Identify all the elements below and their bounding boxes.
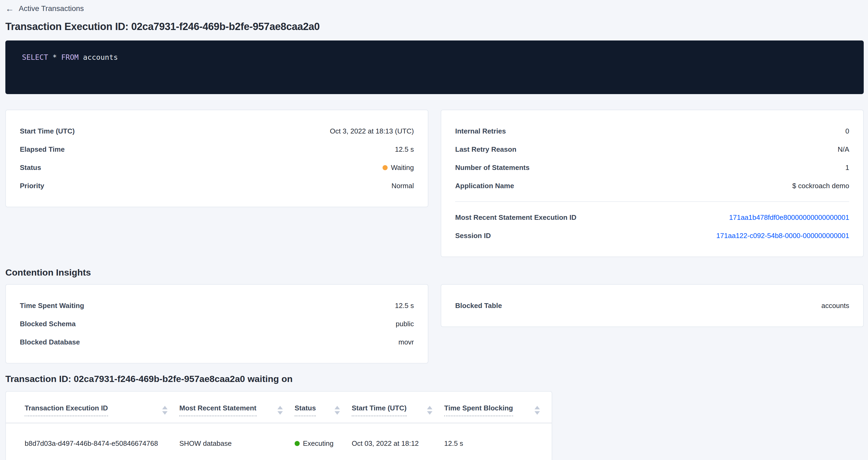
waiting-on-heading: Transaction ID: 02ca7931-f246-469b-b2fe-… — [5, 374, 864, 384]
summary-row: Number of Statements 1 — [455, 158, 849, 177]
summary-row: Application Name $ cockroach demo — [455, 177, 849, 195]
column-header-status[interactable]: Status — [294, 392, 352, 423]
row-value: 12.5 s — [395, 145, 414, 154]
row-value: $ cockroach demo — [793, 182, 849, 190]
row-label: Status — [20, 163, 41, 172]
table-header-row: Transaction Execution ID Most Recent Sta… — [6, 392, 552, 423]
row-value: N/A — [838, 145, 849, 154]
sql-statement: SELECT * FROM accounts — [22, 53, 118, 61]
contention-card-left: Time Spent Waiting 12.5 s Blocked Schema… — [5, 284, 428, 364]
row-label: Time Spent Waiting — [20, 302, 84, 310]
row-label: Application Name — [455, 182, 514, 190]
statement-execution-id-link[interactable]: 171aa1b478fdf0e80000000000000001 — [729, 213, 849, 222]
sql-statement-box: SELECT * FROM accounts — [5, 40, 864, 94]
row-label: Blocked Schema — [20, 320, 75, 328]
status-waiting-dot-icon — [382, 165, 388, 170]
overview-cards-row: Start Time (UTC) Oct 3, 2022 at 18:13 (U… — [5, 110, 864, 257]
row-value: public — [396, 320, 414, 328]
transaction-details-page: ← Active Transactions Transaction Execut… — [0, 0, 868, 460]
status-value: Waiting — [391, 163, 414, 172]
row-value: 12.5 s — [395, 302, 414, 310]
column-label[interactable]: Time Spent Blocking — [444, 404, 513, 416]
waiting-on-table-card: Transaction Execution ID Most Recent Sta… — [5, 391, 552, 460]
row-value: Oct 3, 2022 at 18:13 (UTC) — [330, 127, 414, 135]
cell-txn-execution-id: b8d7d03a-d497-446b-8474-e50846674768 — [6, 423, 179, 460]
row-value: 1 — [845, 163, 849, 172]
sql-keyword-select: SELECT — [22, 53, 48, 61]
summary-row-link: Most Recent Statement Execution ID 171aa… — [455, 208, 849, 226]
sql-keyword-from: FROM — [61, 53, 79, 61]
column-header-time-spent-blocking[interactable]: Time Spent Blocking — [444, 392, 552, 423]
row-label: Internal Retries — [455, 127, 506, 135]
row-value: 0 — [845, 127, 849, 135]
row-value: Normal — [392, 182, 414, 190]
cell-most-recent-statement: SHOW database — [179, 423, 294, 460]
status-executing-dot-icon — [294, 441, 300, 446]
status-value: Executing — [303, 439, 334, 448]
overview-card-right: Internal Retries 0 Last Retry Reason N/A… — [441, 110, 864, 257]
summary-row-status: Status Waiting — [20, 158, 414, 177]
sql-table-name: accounts — [83, 53, 118, 61]
sort-icon[interactable] — [534, 406, 540, 415]
sort-icon[interactable] — [162, 406, 167, 415]
summary-row: Priority Normal — [20, 177, 414, 195]
row-label: Blocked Table — [455, 302, 502, 310]
column-label[interactable]: Transaction Execution ID — [25, 404, 108, 416]
sort-icon[interactable] — [335, 406, 340, 415]
summary-row: Internal Retries 0 — [455, 122, 849, 140]
column-header-most-recent-statement[interactable]: Most Recent Statement — [179, 392, 294, 423]
contention-insights-heading: Contention Insights — [5, 267, 864, 278]
row-label: Start Time (UTC) — [20, 127, 75, 135]
cell-status: Executing — [294, 423, 352, 460]
row-label: Priority — [20, 182, 44, 190]
summary-row: Blocked Table accounts — [455, 297, 849, 315]
summary-row: Start Time (UTC) Oct 3, 2022 at 18:13 (U… — [20, 122, 414, 140]
summary-row: Blocked Database movr — [20, 333, 414, 351]
table-row: b8d7d03a-d497-446b-8474-e50846674768 SHO… — [6, 423, 552, 460]
contention-card-right: Blocked Table accounts — [441, 284, 864, 327]
overview-card-left: Start Time (UTC) Oct 3, 2022 at 18:13 (U… — [5, 110, 428, 207]
column-label[interactable]: Status — [294, 404, 316, 416]
card-divider — [455, 201, 849, 202]
cell-time-spent-blocking: 12.5 s — [444, 423, 552, 460]
row-label: Last Retry Reason — [455, 145, 516, 154]
sort-icon[interactable] — [277, 406, 283, 415]
summary-row-link: Session ID 171aa122-c092-54b8-0000-00000… — [455, 226, 849, 245]
session-id-link[interactable]: 171aa122-c092-54b8-0000-000000000001 — [716, 232, 849, 240]
row-label: Elapsed Time — [20, 145, 65, 154]
sql-star: * — [53, 53, 57, 61]
summary-row: Time Spent Waiting 12.5 s — [20, 297, 414, 315]
summary-row: Elapsed Time 12.5 s — [20, 140, 414, 158]
row-label: Session ID — [455, 232, 491, 240]
column-header-transaction-execution-id[interactable]: Transaction Execution ID — [6, 392, 179, 423]
row-value: movr — [398, 338, 414, 346]
column-label[interactable]: Start Time (UTC) — [352, 404, 407, 416]
waiting-on-table: Transaction Execution ID Most Recent Sta… — [6, 392, 552, 460]
column-label[interactable]: Most Recent Statement — [179, 404, 256, 416]
row-label: Blocked Database — [20, 338, 80, 346]
row-label: Number of Statements — [455, 163, 529, 172]
summary-row: Last Retry Reason N/A — [455, 140, 849, 158]
breadcrumb-label: Active Transactions — [19, 4, 84, 13]
contention-cards-row: Time Spent Waiting 12.5 s Blocked Schema… — [5, 284, 864, 364]
summary-row: Blocked Schema public — [20, 315, 414, 333]
row-label: Most Recent Statement Execution ID — [455, 213, 576, 222]
back-link-active-transactions[interactable]: ← Active Transactions — [5, 4, 84, 13]
row-value: accounts — [822, 302, 849, 310]
sort-icon[interactable] — [427, 406, 432, 415]
cell-start-time: Oct 03, 2022 at 18:12 — [352, 423, 444, 460]
back-arrow-icon: ← — [5, 4, 14, 13]
page-title: Transaction Execution ID: 02ca7931-f246-… — [5, 21, 864, 32]
column-header-start-time[interactable]: Start Time (UTC) — [352, 392, 444, 423]
